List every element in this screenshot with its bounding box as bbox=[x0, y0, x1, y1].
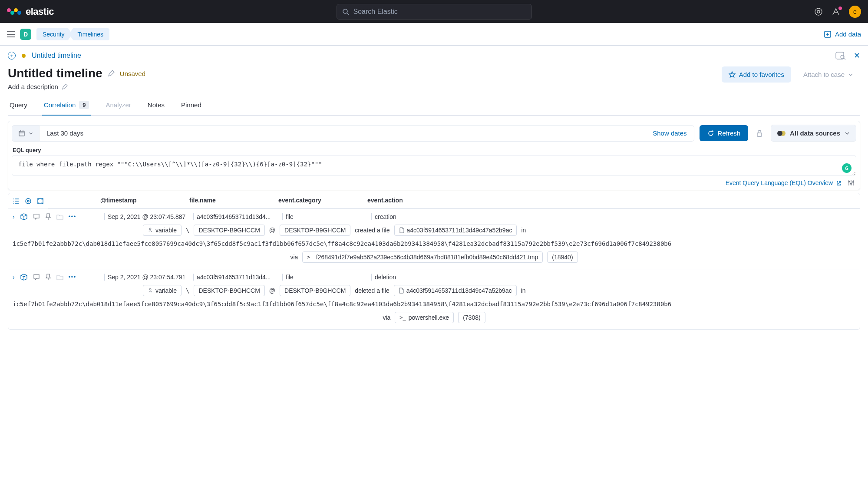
comment-icon[interactable] bbox=[33, 274, 40, 281]
table-row: › ••• Sep 2, 2021 @ 23:07:45.887 a4c03f5… bbox=[8, 208, 860, 269]
process-pill[interactable]: >_powershell.exe bbox=[395, 312, 454, 323]
user-avatar[interactable]: e bbox=[849, 6, 861, 18]
menu-toggle-icon[interactable] bbox=[7, 31, 15, 37]
search-placeholder: Search Elastic bbox=[353, 8, 398, 16]
correlation-count-badge: 9 bbox=[79, 101, 89, 109]
svg-line-1 bbox=[347, 13, 349, 15]
host-pill[interactable]: DESKTOP-B9GHCCM bbox=[194, 285, 264, 296]
grammarly-icon: G bbox=[842, 163, 851, 173]
host-pill[interactable]: DESKTOP-B9GHCCM bbox=[280, 285, 350, 296]
tab-notes[interactable]: Notes bbox=[146, 96, 166, 115]
drag-handle-icon[interactable] bbox=[104, 213, 105, 220]
drag-handle-icon[interactable] bbox=[193, 213, 194, 220]
edit-description-icon[interactable] bbox=[62, 84, 68, 90]
col-action[interactable]: event.action bbox=[367, 197, 456, 204]
folder-icon[interactable] bbox=[56, 214, 63, 220]
host-pill[interactable]: DESKTOP-B9GHCCM bbox=[194, 225, 264, 236]
add-data-link[interactable]: Add data bbox=[824, 30, 861, 38]
close-icon[interactable]: ✕ bbox=[854, 51, 860, 60]
breadcrumb-timelines[interactable]: Timelines bbox=[69, 28, 109, 40]
more-actions-icon[interactable]: ••• bbox=[69, 214, 77, 220]
eql-query-input[interactable]: file where file.path regex """C:\\Users\… bbox=[12, 155, 856, 176]
svg-rect-10 bbox=[836, 52, 844, 59]
view-details-icon[interactable] bbox=[20, 213, 28, 220]
header-left: elastic bbox=[7, 6, 54, 17]
file-pill[interactable]: a4c03f5914653711d13d49c47a52b9ac bbox=[394, 285, 517, 296]
title-actions: Add to favorites Attach to case bbox=[722, 66, 860, 83]
space-badge[interactable]: D bbox=[20, 29, 31, 40]
drag-handle-icon[interactable] bbox=[104, 274, 105, 281]
header-right: e bbox=[814, 6, 861, 18]
fullscreen-icon[interactable] bbox=[37, 198, 44, 205]
date-range-display[interactable]: Last 30 days Show dates bbox=[40, 125, 694, 142]
edit-title-icon[interactable] bbox=[108, 70, 115, 77]
timeline-link[interactable]: Untitled timeline bbox=[32, 52, 81, 60]
svg-point-31 bbox=[27, 200, 29, 202]
breadcrumb-security[interactable]: Security bbox=[36, 28, 73, 40]
drag-handle-icon[interactable] bbox=[193, 274, 194, 281]
lock-icon[interactable] bbox=[753, 129, 766, 137]
breadcrumb: Security Timelines bbox=[36, 28, 109, 40]
external-link-icon bbox=[836, 181, 842, 186]
elastic-logo-icon[interactable] bbox=[7, 8, 21, 15]
more-actions-icon[interactable]: ••• bbox=[69, 274, 77, 280]
view-details-icon[interactable] bbox=[20, 274, 28, 281]
tab-pinned[interactable]: Pinned bbox=[179, 96, 203, 115]
header-bar: elastic Search Elastic e bbox=[0, 0, 868, 23]
svg-point-22 bbox=[851, 183, 852, 185]
col-timestamp[interactable]: @timestamp bbox=[100, 197, 189, 204]
pid-pill[interactable]: (18940) bbox=[547, 252, 578, 263]
title-row: Untitled timeline Unsaved Add a descript… bbox=[8, 66, 860, 90]
chevron-down-icon bbox=[29, 131, 33, 136]
drag-handle-icon[interactable] bbox=[282, 213, 283, 220]
show-dates-link[interactable]: Show dates bbox=[653, 129, 686, 137]
pin-icon[interactable] bbox=[45, 213, 51, 220]
expand-row-icon[interactable]: › bbox=[13, 213, 15, 220]
add-data-icon bbox=[824, 30, 832, 38]
unsaved-label: Unsaved bbox=[120, 70, 145, 77]
description-prompt[interactable]: Add a description bbox=[8, 83, 58, 90]
eql-settings-icon[interactable] bbox=[848, 179, 855, 186]
drag-handle-icon[interactable] bbox=[282, 274, 283, 281]
variable-pill[interactable]: variable bbox=[143, 285, 182, 296]
columns-settings-icon[interactable] bbox=[25, 198, 32, 205]
status-dot-icon bbox=[22, 54, 26, 58]
variable-pill[interactable]: variable bbox=[143, 225, 182, 236]
pid-pill[interactable]: (7308) bbox=[458, 312, 485, 323]
file-pill[interactable]: a4c03f5914653711d13d49c47a52b9ac bbox=[394, 225, 517, 236]
folder-icon[interactable] bbox=[56, 274, 63, 280]
list-view-icon[interactable] bbox=[13, 198, 20, 205]
svg-point-21 bbox=[848, 181, 850, 182]
drag-handle-icon[interactable] bbox=[371, 213, 372, 220]
tab-query[interactable]: Query bbox=[8, 96, 29, 115]
tab-correlation[interactable]: Correlation 9 bbox=[42, 96, 91, 115]
setup-icon[interactable] bbox=[832, 7, 840, 16]
process-pill[interactable]: >_f268491d2f7e9ab562a239ec56c4b38d669a7b… bbox=[302, 252, 543, 263]
attach-case-button[interactable]: Attach to case bbox=[796, 66, 860, 83]
news-icon[interactable] bbox=[814, 7, 823, 16]
timeline-search-icon[interactable] bbox=[835, 51, 846, 60]
refresh-button[interactable]: Refresh bbox=[700, 125, 749, 141]
eql-overview-link[interactable]: Event Query Language (EQL) Overview bbox=[726, 179, 842, 186]
svg-point-0 bbox=[343, 9, 347, 13]
col-category[interactable]: event.category bbox=[278, 197, 367, 204]
add-favorites-button[interactable]: Add to favorites bbox=[722, 66, 791, 83]
star-icon bbox=[729, 71, 736, 78]
comment-icon[interactable] bbox=[33, 213, 40, 220]
secondary-nav: D Security Timelines Add data bbox=[0, 23, 868, 46]
svg-rect-17 bbox=[757, 133, 762, 136]
svg-point-3 bbox=[817, 10, 820, 13]
svg-point-34 bbox=[149, 228, 151, 230]
drag-handle-icon[interactable] bbox=[371, 274, 372, 281]
data-sources-button[interactable]: All data sources bbox=[771, 125, 856, 142]
brand-text: elastic bbox=[26, 6, 54, 17]
host-pill[interactable]: DESKTOP-B9GHCCM bbox=[280, 225, 350, 236]
page-title: Untitled timeline bbox=[8, 66, 102, 80]
expand-row-icon[interactable]: › bbox=[13, 274, 15, 281]
global-search[interactable]: Search Elastic bbox=[337, 4, 532, 20]
pin-icon[interactable] bbox=[45, 274, 51, 281]
date-picker-button[interactable] bbox=[12, 125, 40, 142]
add-timeline-icon[interactable]: + bbox=[8, 52, 16, 60]
notification-dot bbox=[838, 7, 842, 10]
col-filename[interactable]: file.name bbox=[189, 197, 278, 204]
